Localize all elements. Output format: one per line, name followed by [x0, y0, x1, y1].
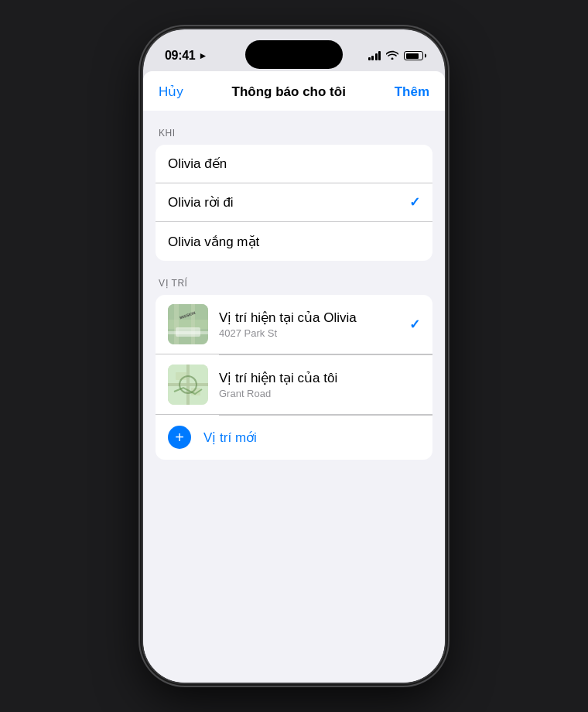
status-icons	[368, 50, 424, 62]
my-map-thumbnail	[168, 365, 208, 405]
olivia-location-subtitle: 4027 Park St	[219, 327, 402, 339]
olivia-location-title: Vị trí hiện tại của Olivia	[219, 310, 402, 326]
cancel-button[interactable]: Hủy	[159, 84, 183, 100]
olivia-map-thumbnail: MISSION	[168, 304, 208, 344]
location-section-label: VỊ TRÍ	[159, 278, 445, 289]
my-location-title: Vị trí hiện tại của tôi	[219, 370, 420, 386]
svg-rect-9	[176, 372, 186, 380]
my-location-info: Vị trí hiện tại của tôi Grant Road	[219, 370, 420, 399]
my-map-image	[168, 365, 208, 405]
svg-rect-1	[168, 320, 208, 329]
add-button[interactable]: Thêm	[395, 84, 429, 100]
location-card: MISSION Vị trí hiện tại của Olivia 4027 …	[156, 295, 432, 460]
absent-label: Olivia vắng mặt	[168, 234, 259, 250]
location-section: VỊ TRÍ MIS	[143, 278, 445, 460]
screen: 09:41 ►	[143, 29, 445, 683]
my-location-item[interactable]: Vị trí hiện tại của tôi Grant Road	[156, 355, 432, 415]
arrive-item[interactable]: Olivia đến	[156, 145, 432, 183]
when-card: Olivia đến Olivia rời đi ✓ Olivia vắng m…	[156, 145, 432, 261]
svg-rect-8	[186, 365, 190, 405]
my-location-subtitle: Grant Road	[219, 388, 420, 399]
dynamic-island	[245, 40, 343, 69]
new-location-item[interactable]: + Vị trí mới	[156, 415, 432, 460]
signal-bars-icon	[368, 51, 381, 60]
sheet-title: Thông báo cho tôi	[232, 84, 346, 100]
when-section-label: KHI	[159, 128, 445, 139]
olivia-location-info: Vị trí hiện tại của Olivia 4027 Park St	[219, 310, 402, 339]
leave-checkmark-icon: ✓	[409, 194, 420, 211]
svg-rect-7	[168, 383, 208, 386]
new-location-label: Vị trí mới	[203, 430, 257, 446]
olivia-map-image: MISSION	[168, 304, 208, 344]
svg-rect-4	[168, 331, 208, 334]
status-time: 09:41	[165, 49, 195, 63]
battery-icon	[404, 51, 423, 60]
svg-rect-2	[174, 304, 179, 344]
phone-frame: 09:41 ►	[143, 29, 445, 683]
arrive-label: Olivia đến	[168, 156, 227, 172]
nav-bar: Hủy Thông báo cho tôi Thêm	[143, 71, 445, 111]
olivia-location-checkmark-icon: ✓	[409, 317, 420, 333]
when-section: KHI Olivia đến Olivia rời đi ✓ Olivia vắ…	[143, 128, 445, 261]
location-arrow-icon: ►	[198, 50, 207, 61]
plus-circle-icon: +	[168, 426, 191, 449]
modal-sheet: Hủy Thông báo cho tôi Thêm KHI Olivia đế…	[143, 71, 445, 683]
leave-item[interactable]: Olivia rời đi ✓	[156, 183, 432, 222]
wifi-icon	[386, 50, 398, 62]
absent-item[interactable]: Olivia vắng mặt	[156, 222, 432, 261]
olivia-location-item[interactable]: MISSION Vị trí hiện tại của Olivia 4027 …	[156, 295, 432, 354]
leave-label: Olivia rời đi	[168, 194, 234, 211]
